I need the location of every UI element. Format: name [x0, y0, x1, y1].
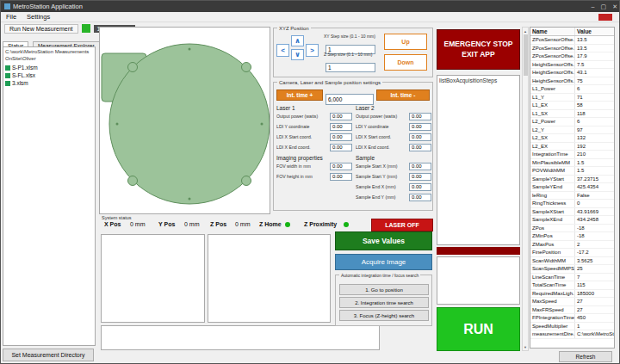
laser2-value-input[interactable] [409, 123, 431, 131]
table-row[interactable]: HeightSensorOffs...7.5 [530, 61, 614, 70]
field-label: LDI X End coord. [276, 145, 330, 150]
table-row[interactable]: MinPlausibleMM1.5 [530, 159, 614, 168]
table-row[interactable]: RingThickness0 [530, 200, 614, 208]
laser2-value-input[interactable] [409, 133, 431, 141]
sample-value-input[interactable] [409, 163, 431, 170]
run-button[interactable]: RUN [437, 307, 520, 351]
table-row[interactable]: FPIntegrationTime450 [530, 314, 614, 323]
table-row[interactable]: L1_EX58 [530, 102, 614, 110]
field-label: Sample End Y (mm) [356, 194, 409, 200]
param-name: L2_EX [530, 143, 575, 151]
wafer-canvas[interactable] [99, 27, 270, 214]
table-row[interactable]: ZPos-18 [530, 225, 614, 233]
table-row[interactable]: ZPosSensorOffse...13.5 [530, 45, 614, 53]
laser1-value-input[interactable] [330, 113, 352, 120]
maximize-button[interactable]: ▢ [601, 3, 607, 10]
refresh-button[interactable]: Refresh [559, 351, 612, 362]
menu-settings[interactable]: Settings [22, 13, 55, 21]
table-row[interactable]: ZMinPos-18 [530, 232, 614, 241]
field-label: Sample End X (mm) [356, 184, 409, 189]
emergency-stop-button[interactable]: EMERGENCY STOP EXIT APP [437, 29, 520, 70]
run-new-measurement-button[interactable]: Run New Measurement [4, 24, 78, 34]
param-value: 1.5 [575, 159, 614, 167]
image-panel-left [101, 234, 205, 323]
imaging-value-input[interactable] [330, 173, 352, 181]
sample-value-input[interactable] [409, 183, 431, 191]
param-value: 450 [575, 314, 614, 322]
move-down-button[interactable]: ∨ [291, 49, 304, 60]
tree-item[interactable]: S-FL.xlsx [5, 71, 93, 79]
table-row[interactable]: POVWidthMM1.5 [530, 167, 614, 176]
table-row[interactable]: L2_EX192 [530, 143, 614, 151]
laser1-value-input[interactable] [330, 144, 352, 151]
table-row[interactable]: RequiredMaxLigh...185000 [530, 290, 614, 299]
scrollbar-thumb[interactable] [524, 34, 528, 76]
laser1-value-input[interactable] [330, 123, 352, 131]
laser2-value-input[interactable] [409, 144, 431, 151]
imaging-value-input[interactable] [330, 163, 352, 170]
table-row[interactable]: TotalScanTime115 [530, 281, 614, 290]
table-row[interactable]: L2_Power6 [530, 118, 614, 126]
table-row[interactable]: SampleYStart37.23715 [530, 176, 614, 184]
acquisition-steps-listbox[interactable]: listBoxAcquisitionSteps [437, 75, 520, 245]
save-values-button[interactable]: Save Values [335, 231, 432, 250]
param-table-scrollbar[interactable]: ▲ ▼ [522, 27, 529, 351]
table-row[interactable]: leRingFalse [530, 192, 614, 201]
table-row[interactable]: ScanSpeedMMPS25 [530, 265, 614, 274]
sample-value-input[interactable] [409, 173, 431, 181]
table-row[interactable]: measurementDire...C:\work\MetroSt... [530, 330, 614, 339]
table-row[interactable]: ScanWidthMM3.5625 [530, 257, 614, 266]
table-row[interactable]: L2_Y97 [530, 126, 614, 135]
minimize-button[interactable]: – [592, 3, 595, 10]
laser2-value-input[interactable] [409, 113, 431, 120]
int-time-plus-button[interactable]: Int. time + [276, 89, 323, 101]
table-row[interactable]: L2_SX132 [530, 134, 614, 143]
column-header-name[interactable]: Name [530, 28, 575, 35]
table-row[interactable]: SpeedMultiplier1 [530, 323, 614, 331]
table-row[interactable]: L1_SX118 [530, 110, 614, 119]
table-row[interactable]: L1_Y71 [530, 94, 614, 102]
table-row[interactable]: ZPosSensorOffse...13.5 [530, 36, 614, 45]
auto-step-button[interactable]: 2. Integration time search [339, 297, 429, 308]
table-row[interactable]: ZMaxPos2 [530, 241, 614, 250]
laser1-value-input[interactable] [330, 133, 352, 141]
tree-item[interactable]: S-P1.xlsm [5, 64, 93, 71]
scroll-down-icon[interactable]: ▼ [524, 343, 527, 350]
measurement-file-tree[interactable]: C:\work\MetroStation Measurements OnSite… [3, 46, 96, 346]
table-row[interactable]: MaxFRSpeed27 [530, 306, 614, 315]
table-row[interactable]: LineScanTime7 [530, 274, 614, 282]
int-time-minus-button[interactable]: Int. time - [376, 89, 430, 101]
menu-file[interactable]: File [1, 13, 22, 21]
table-row[interactable]: SampleYEnd425.4354 [530, 183, 614, 192]
acquire-image-button[interactable]: Acquire Image [335, 254, 432, 270]
integration-time-input[interactable] [326, 94, 374, 105]
set-measurement-directory-button[interactable]: Set Measurement Directory [3, 349, 94, 361]
table-row[interactable]: SampleXStart43.91669 [530, 208, 614, 217]
table-row[interactable]: HeightSensorOffs...43.1 [530, 69, 614, 77]
z-down-button[interactable]: Down [384, 54, 427, 71]
tree-item[interactable]: 3.xlsm [5, 79, 93, 87]
red-indicator-button[interactable] [598, 14, 612, 21]
laser-off-button[interactable]: LASER OFF [371, 219, 433, 231]
param-name: FinePosition [530, 249, 575, 256]
parameter-table: Name Value ZPosSensorOffse...13.5ZPosSen… [530, 27, 615, 349]
z-up-button[interactable]: Up [384, 34, 427, 50]
sample-value-input[interactable] [409, 194, 431, 201]
table-row[interactable]: MaxSpeed27 [530, 298, 614, 306]
auto-step-button[interactable]: 3. Focus (Z-height) search [339, 310, 429, 321]
app-icon [4, 3, 10, 9]
table-row[interactable]: HeightSensorOffs...75 [530, 77, 614, 86]
table-row[interactable]: ZPosSensorOffse...17.9 [530, 52, 614, 61]
close-button[interactable]: ✕ [612, 3, 617, 10]
z-step-input[interactable] [326, 63, 375, 72]
move-right-button[interactable]: > [306, 44, 319, 57]
column-header-value[interactable]: Value [575, 28, 614, 35]
move-left-button[interactable]: < [276, 44, 289, 57]
scroll-up-icon[interactable]: ▲ [524, 28, 527, 34]
table-row[interactable]: IntegrationTime210 [530, 151, 614, 159]
move-up-button[interactable]: ∧ [291, 35, 304, 46]
table-row[interactable]: L1_Power6 [530, 85, 614, 94]
auto-step-button[interactable]: 1. Go to position [339, 284, 429, 295]
table-row[interactable]: SampleXEnd434.2458 [530, 216, 614, 225]
table-row[interactable]: FinePosition-17.2 [530, 249, 614, 257]
